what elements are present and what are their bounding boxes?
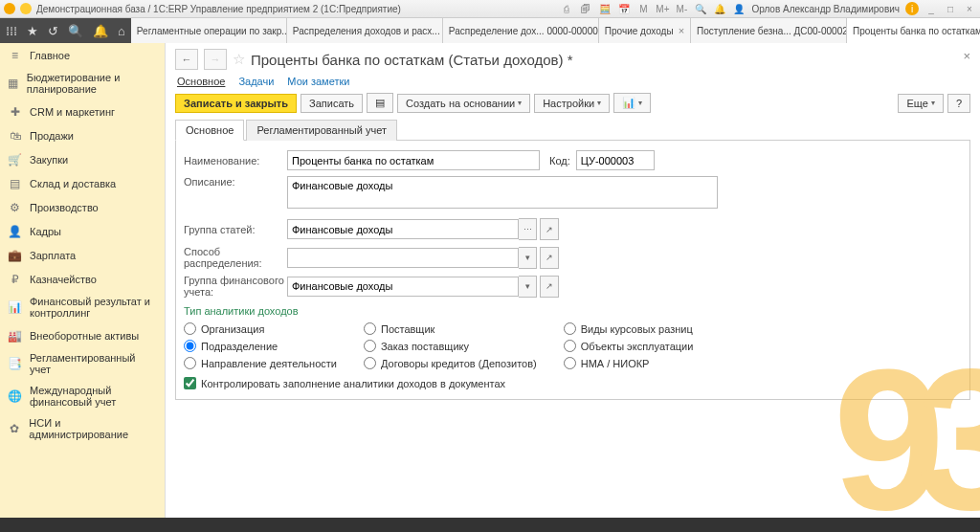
document-tab[interactable]: Поступление безна... ДС00-000023×: [691, 18, 847, 43]
code-label: Код:: [549, 155, 570, 166]
radio-input[interactable]: [184, 340, 196, 352]
report-button[interactable]: 📊▾: [613, 93, 651, 113]
document-tab[interactable]: Распределение дох... 0000-000002×: [443, 18, 599, 43]
minimize-icon[interactable]: _: [924, 2, 938, 15]
favorite-icon[interactable]: ☆: [233, 51, 245, 68]
settings-button[interactable]: Настройки▾: [534, 94, 610, 113]
sidebar-item[interactable]: ⚙Производство: [0, 195, 165, 219]
sidebar-item[interactable]: ▦Бюджетирование и планирование: [0, 67, 165, 100]
dist-dropdown-icon[interactable]: ▾: [519, 247, 537, 269]
sidebar-item[interactable]: 📑Регламентированный учет: [0, 347, 165, 380]
document-tab[interactable]: Распределения доходов и расх...×: [287, 18, 443, 43]
analytics-radio[interactable]: Организация: [184, 322, 337, 335]
sidebar-icon: 💼: [8, 248, 22, 262]
radio-input[interactable]: [364, 357, 376, 369]
sidebar-item[interactable]: ₽Казначейство: [0, 267, 165, 291]
name-input[interactable]: [287, 150, 540, 170]
code-input[interactable]: [576, 150, 655, 170]
radio-input[interactable]: [184, 357, 196, 369]
analytics-radio[interactable]: Виды курсовых разниц: [564, 322, 694, 335]
tab-close-icon[interactable]: ×: [679, 25, 684, 36]
tool-icon[interactable]: 🗐: [579, 2, 592, 15]
analytics-radio[interactable]: НМА / НИОКР: [564, 357, 694, 369]
sidebar-item[interactable]: ≡Главное: [0, 43, 165, 67]
radio-label: Поставщик: [381, 323, 434, 335]
fin-input[interactable]: [287, 277, 519, 297]
more-button[interactable]: Еще▾: [898, 94, 943, 113]
sidebar-item[interactable]: 👤Кадры: [0, 219, 165, 243]
radio-input[interactable]: [184, 322, 196, 335]
document-tab[interactable]: Проценты банка по остаткам (С...×: [847, 18, 980, 43]
document-tab[interactable]: Регламентные операции по закр...×: [131, 18, 287, 43]
help-button[interactable]: ?: [947, 94, 970, 113]
info-icon[interactable]: i: [905, 2, 919, 15]
analytics-radio[interactable]: Объекты эксплуатации: [564, 340, 694, 352]
analytics-radio[interactable]: Подразделение: [184, 340, 337, 352]
subnav-main[interactable]: Основное: [177, 76, 225, 87]
calendar-icon[interactable]: 📅: [617, 2, 631, 15]
search-icon[interactable]: 🔍: [694, 2, 707, 15]
calc-icon[interactable]: 🧮: [598, 2, 612, 15]
radio-input[interactable]: [564, 357, 576, 369]
analytics-radio[interactable]: Поставщик: [364, 322, 537, 335]
subnav-tasks[interactable]: Задачи: [238, 76, 274, 87]
history-icon[interactable]: ↺: [48, 24, 58, 38]
dist-input[interactable]: [287, 248, 519, 268]
fin-label: Группа финансового учета:: [184, 275, 287, 298]
sidebar-item[interactable]: ✚CRM и маркетинг: [0, 100, 165, 123]
sidebar-item[interactable]: 📊Финансовый результат и контроллинг: [0, 291, 165, 323]
desc-input[interactable]: [287, 176, 718, 209]
sidebar-label: Международный финансовый учет: [30, 385, 157, 408]
sidebar-item[interactable]: 🛍Продажи: [0, 123, 165, 147]
radio-input[interactable]: [564, 340, 576, 352]
group-ellipsis-icon[interactable]: ⋯: [519, 218, 537, 240]
m-icon[interactable]: M: [636, 2, 650, 15]
group-label: Группа статей:: [184, 224, 287, 235]
create-on-button[interactable]: Создать на основании▾: [397, 94, 530, 113]
back-button[interactable]: ←: [175, 49, 198, 70]
mminus-icon[interactable]: M-: [675, 2, 688, 15]
search-toolbar-icon[interactable]: 🔍: [68, 24, 83, 38]
home-icon[interactable]: ⌂: [118, 24, 125, 38]
sidebar-item[interactable]: 🏭Внеоборотные активы: [0, 323, 165, 347]
save-close-button[interactable]: Записать и закрыть: [175, 94, 297, 113]
subtab-main[interactable]: Основное: [175, 120, 244, 141]
mplus-icon[interactable]: M+: [656, 2, 669, 15]
analytics-radio[interactable]: Договоры кредитов (Депозитов): [364, 357, 537, 369]
analytics-radio[interactable]: Направление деятельности: [184, 357, 337, 369]
analytics-title: Тип аналитики доходов: [184, 305, 962, 317]
maximize-icon[interactable]: □: [944, 2, 957, 15]
list-button[interactable]: ▤: [367, 93, 393, 113]
sidebar-item[interactable]: ▤Склад и доставка: [0, 171, 165, 195]
sidebar-item[interactable]: 🌐Международный финансовый учет: [0, 380, 165, 412]
save-button[interactable]: Записать: [301, 94, 363, 113]
close-page-icon[interactable]: ×: [963, 49, 970, 63]
group-input[interactable]: [287, 219, 519, 239]
radio-input[interactable]: [364, 322, 376, 335]
print-icon[interactable]: ⎙: [560, 2, 573, 15]
sidebar-icon: ≡: [8, 48, 22, 62]
close-window-icon[interactable]: ×: [963, 2, 976, 15]
subnav-notes[interactable]: Мои заметки: [287, 76, 349, 87]
sidebar-item[interactable]: ✿НСИ и администрирование: [0, 412, 165, 445]
notifications-icon[interactable]: 🔔: [93, 24, 108, 38]
group-open-icon[interactable]: ↗: [540, 218, 559, 240]
sidebar-label: Продажи: [30, 130, 74, 142]
analytics-radio[interactable]: Заказ поставщику: [364, 340, 537, 352]
control-checkbox[interactable]: [184, 377, 196, 389]
sidebar-item[interactable]: 🛒Закупки: [0, 147, 165, 171]
dist-label: Способ распределения:: [184, 246, 287, 269]
forward-button[interactable]: →: [204, 49, 227, 70]
apps-icon[interactable]: ⁞⁞⁞: [6, 24, 17, 38]
radio-input[interactable]: [364, 340, 376, 352]
document-tab[interactable]: Прочие доходы×: [599, 18, 691, 43]
bell-icon[interactable]: 🔔: [713, 2, 726, 15]
dist-open-icon[interactable]: ↗: [540, 247, 559, 269]
sidebar-item[interactable]: 💼Зарплата: [0, 243, 165, 267]
radio-label: Направление деятельности: [201, 358, 337, 369]
fin-open-icon[interactable]: ↗: [540, 276, 559, 298]
subtab-reg[interactable]: Регламентированный учет: [246, 120, 397, 141]
radio-input[interactable]: [564, 322, 576, 335]
fin-dropdown-icon[interactable]: ▾: [519, 276, 537, 298]
star-icon[interactable]: ★: [27, 24, 38, 38]
